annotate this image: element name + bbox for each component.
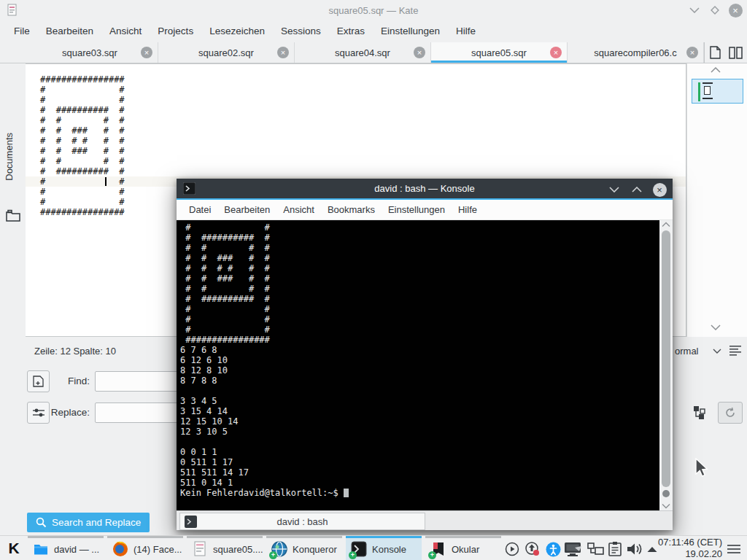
- kate-close-button[interactable]: ×: [727, 2, 744, 18]
- tab-square05-active[interactable]: square05.sqr ×: [431, 42, 568, 63]
- tab-squarecompiler06[interactable]: squarecompiler06.c ×: [568, 42, 704, 63]
- konsole-menu-ansicht[interactable]: Ansicht: [276, 200, 321, 220]
- text-caret: [105, 177, 107, 186]
- kate-menu-ansicht[interactable]: Ansicht: [101, 20, 150, 42]
- task-label: square05....: [213, 544, 263, 555]
- expand-results-icon[interactable]: [692, 405, 708, 421]
- scroll-up-icon[interactable]: [711, 67, 721, 73]
- terminal-output: # # # ########## # # # # # # # ### # # #…: [180, 222, 658, 488]
- highlight-mode-fragment[interactable]: ormal: [675, 346, 699, 357]
- tab-label: squarecompiler06.c: [594, 47, 676, 58]
- kate-menu-projects[interactable]: Projects: [150, 20, 201, 42]
- tray-expand-icon[interactable]: [646, 541, 658, 557]
- konsole-window: david : bash — Konsole × Datei Bearbeite…: [177, 179, 673, 530]
- clock-date: 19.02.20: [658, 548, 722, 560]
- editor-text-before-cursor: ################ # # # # # ########## # …: [26, 74, 686, 176]
- task-okular[interactable]: + Okular: [425, 536, 501, 560]
- tab-close-icon[interactable]: ×: [141, 47, 152, 58]
- replace-label: Replace:: [35, 402, 90, 424]
- scrollbar-thumb[interactable]: [662, 230, 670, 487]
- taskbar-panel: K david — ... (14) Face... square05.... …: [0, 535, 747, 560]
- kate-menubar: File Bearbeiten Ansicht Projects Lesezei…: [0, 20, 747, 42]
- task-label: Konsole: [372, 544, 406, 555]
- search-icon: [36, 517, 47, 528]
- minimap-visible-region[interactable]: [692, 79, 743, 104]
- refresh-search-button[interactable]: [718, 402, 743, 424]
- kate-minimize-button[interactable]: [686, 2, 703, 18]
- cursor-position-status: Zeile: 12 Spalte: 10: [34, 346, 116, 357]
- close-icon: ×: [653, 183, 667, 197]
- konsole-menu-datei[interactable]: Datei: [182, 200, 217, 220]
- tab-label: square05.sqr: [471, 47, 527, 58]
- kate-menu-bearbeiten[interactable]: Bearbeiten: [38, 20, 101, 42]
- updates-tray-icon[interactable]: [525, 541, 541, 557]
- scroll-down-icon[interactable]: [711, 324, 721, 330]
- chevron-down-icon: [713, 349, 721, 354]
- tab-label: square03.sqr: [62, 47, 117, 58]
- clock-time: 07:11:46 (CET): [658, 537, 722, 548]
- konsole-session-tab[interactable]: david : bash: [179, 513, 425, 530]
- kde-launcher-icon[interactable]: K: [3, 537, 25, 559]
- firefox-icon: [112, 541, 128, 557]
- scroll-down-icon[interactable]: [662, 503, 670, 509]
- scrollbar-dot: [662, 490, 670, 497]
- tab-close-icon[interactable]: ×: [686, 47, 698, 58]
- scroll-up-icon[interactable]: [662, 222, 670, 228]
- tab-square02[interactable]: square02.sqr ×: [158, 42, 295, 63]
- kate-menu-extras[interactable]: Extras: [329, 20, 373, 42]
- split-view-icon[interactable]: [729, 47, 743, 59]
- new-document-icon[interactable]: [709, 46, 721, 59]
- konsole-close-button[interactable]: ×: [651, 182, 668, 198]
- tab-close-icon[interactable]: ×: [414, 47, 425, 58]
- media-player-tray-icon[interactable]: [504, 541, 520, 557]
- okular-icon: +: [430, 541, 446, 557]
- task-firefox[interactable]: (14) Face...: [107, 536, 183, 560]
- kate-menu-file[interactable]: File: [6, 20, 38, 42]
- kate-maximize-button[interactable]: [706, 2, 724, 18]
- clipboard-tray-icon[interactable]: [607, 541, 623, 557]
- task-label: (14) Face...: [133, 544, 182, 555]
- konsole-maximize-button[interactable]: [628, 182, 646, 198]
- kate-titlebar: square05.sqr — Kate ×: [0, 0, 747, 20]
- konsole-menu-bookmarks[interactable]: Bookmarks: [321, 200, 382, 220]
- konsole-tab-label: david : bash: [276, 516, 328, 527]
- konsole-window-title: david : bash — Konsole: [177, 183, 673, 194]
- konsole-menubar: Datei Bearbeiten Ansicht Bookmarks Einst…: [177, 200, 673, 220]
- konqueror-icon: +: [271, 541, 287, 557]
- task-dolphin[interactable]: david — ...: [28, 536, 104, 560]
- text-lines-icon[interactable]: [729, 346, 742, 356]
- task-label: david — ...: [54, 544, 99, 555]
- task-kate[interactable]: square05....: [187, 536, 263, 560]
- konsole-menu-einstellungen[interactable]: Einstellungen: [382, 200, 452, 220]
- accessibility-tray-icon[interactable]: [545, 541, 561, 557]
- konsole-menu-hilfe[interactable]: Hilfe: [452, 200, 484, 220]
- kate-menu-sessions[interactable]: Sessions: [273, 20, 329, 42]
- editor-scrollbar-minimap[interactable]: [686, 63, 747, 337]
- panel-menu-icon[interactable]: [727, 541, 741, 557]
- task-konqueror[interactable]: + Konqueror: [266, 536, 342, 560]
- filesystem-browser-icon[interactable]: [6, 209, 20, 222]
- kate-menu-lesezeichen[interactable]: Lesezeichen: [201, 20, 273, 42]
- task-konsole-active[interactable]: + Konsole: [346, 536, 422, 560]
- kate-menu-hilfe[interactable]: Hilfe: [448, 20, 484, 42]
- tab-label: square04.sqr: [335, 47, 390, 58]
- tab-square04[interactable]: square04.sqr ×: [295, 42, 431, 63]
- find-label: Find:: [44, 370, 90, 392]
- mouse-pointer: [694, 458, 712, 478]
- network-tray-icon[interactable]: [587, 541, 605, 557]
- tab-close-icon[interactable]: ×: [277, 47, 289, 58]
- terminal-area[interactable]: # # # ########## # # # # # # # ### # # #…: [177, 220, 673, 510]
- tab-close-icon[interactable]: ×: [550, 47, 562, 58]
- terminal-scrollbar[interactable]: [659, 220, 673, 510]
- tab-square03[interactable]: square03.sqr ×: [22, 42, 158, 63]
- kate-menu-einstellungen[interactable]: Einstellungen: [373, 20, 448, 42]
- documents-toolview-button[interactable]: Documents: [4, 133, 15, 181]
- display-tray-icon[interactable]: [563, 541, 584, 557]
- konsole-menu-bearbeiten[interactable]: Bearbeiten: [217, 200, 276, 220]
- volume-tray-icon[interactable]: [625, 541, 644, 557]
- clock[interactable]: 07:11:46 (CET) 19.02.20: [658, 537, 722, 560]
- konsole-titlebar[interactable]: david : bash — Konsole ×: [177, 179, 673, 198]
- konsole-minimize-button[interactable]: [605, 182, 623, 198]
- search-and-replace-toolview-button[interactable]: Search and Replace: [27, 513, 150, 532]
- minimap-modified-bar: [698, 82, 700, 101]
